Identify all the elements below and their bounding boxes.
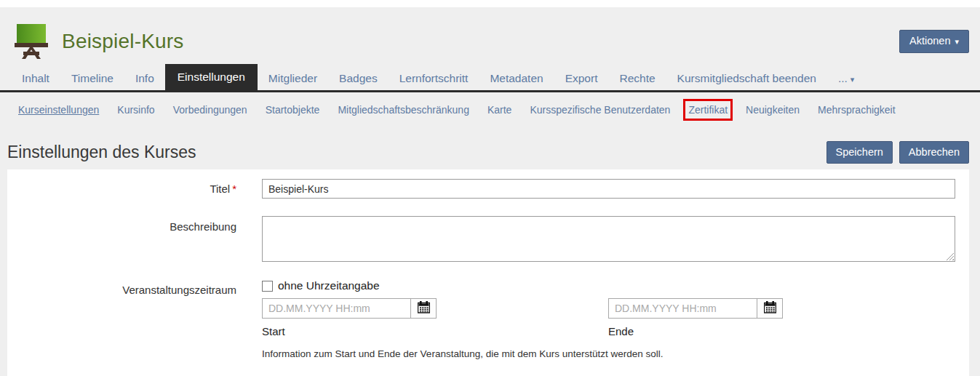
subtab-mitgliedschaftsbeschraenkung[interactable]: Mitgliedschaftsbeschränkung [338, 104, 469, 116]
tab-inhalt[interactable]: Inhalt [11, 67, 60, 90]
calendar-icon [418, 301, 430, 316]
form-heading: Einstellungen des Kurses [7, 143, 196, 162]
tab-more[interactable]: ...▾ [827, 67, 865, 90]
subtab-zertifikat[interactable]: Zertifikat [688, 104, 728, 116]
title-input[interactable] [262, 179, 955, 199]
tab-badges[interactable]: Badges [328, 67, 389, 90]
tab-export[interactable]: Export [554, 67, 609, 90]
tab-einstellungen[interactable]: Einstellungen [165, 64, 258, 90]
caret-down-icon: ▾ [955, 37, 959, 46]
actions-button[interactable]: Aktionen▾ [899, 30, 969, 53]
period-date-columns: Start [262, 298, 955, 337]
required-asterisk: * [232, 183, 236, 195]
main-tabbar: Inhalt Timeline Info Einstellungen Mitgl… [0, 65, 980, 92]
tab-kursmitgliedschaft-beenden[interactable]: Kursmitgliedschaft beenden [666, 67, 827, 90]
tab-mitglieder[interactable]: Mitglieder [258, 67, 328, 90]
start-date-input[interactable] [262, 298, 410, 319]
end-date-column: Ende [608, 298, 955, 337]
description-field-row: Beschreibung [7, 216, 969, 262]
period-info-text: Information zum Start und Ende der Veran… [262, 348, 955, 359]
subtab-kursspezifische-benutzerdaten[interactable]: Kursspezifische Benutzerdaten [530, 104, 670, 116]
settings-form-panel: Titel* Beschreibung Veranstaltungsze [7, 169, 969, 376]
course-header: Beispiel-Kurs Aktionen▾ [0, 7, 980, 65]
title-label: Titel* [7, 183, 262, 195]
subtab-neuigkeiten[interactable]: Neuigkeiten [746, 104, 800, 116]
no-time-checkbox-row: ohne Uhrzeitangabe [262, 279, 955, 292]
tab-metadaten[interactable]: Metadaten [479, 67, 554, 90]
tab-lernfortschritt[interactable]: Lernfortschritt [389, 67, 479, 90]
period-label: Veranstaltungszeitraum [7, 279, 262, 359]
start-label: Start [262, 325, 608, 337]
subtab-kursinfo[interactable]: Kursinfo [117, 104, 154, 116]
page-body: Beispiel-Kurs Aktionen▾ Inhalt Timeline … [0, 7, 980, 376]
cancel-button[interactable]: Abbrechen [899, 141, 969, 164]
form-header-row: Einstellungen des Kurses Speichern Abbre… [7, 141, 969, 164]
end-label: Ende [608, 325, 955, 337]
period-field-row: Veranstaltungszeitraum ohne Uhrzeitangab… [7, 279, 969, 359]
description-textarea[interactable] [262, 216, 955, 262]
subtab-kurseinstellungen[interactable]: Kurseinstellungen [18, 104, 99, 116]
start-date-column: Start [262, 298, 608, 337]
subtab-vorbedingungen[interactable]: Vorbedingungen [173, 104, 247, 116]
no-time-checkbox[interactable] [262, 281, 273, 292]
subtab-mehrsprachigkeit[interactable]: Mehrsprachigkeit [818, 104, 896, 116]
no-time-checkbox-label: ohne Uhrzeitangabe [278, 279, 380, 292]
settings-subtabbar: Kurseinstellungen Kursinfo Vorbedingunge… [0, 92, 980, 120]
page-title: Beispiel-Kurs [62, 30, 184, 53]
start-calendar-button[interactable] [410, 298, 437, 319]
caret-down-icon: ▾ [850, 75, 855, 84]
end-date-input[interactable] [608, 298, 757, 319]
top-strip [0, 0, 980, 7]
course-icon [15, 24, 48, 59]
subtab-startobjekte[interactable]: Startobjekte [266, 104, 320, 116]
course-settings-page: Beispiel-Kurs Aktionen▾ Inhalt Timeline … [0, 0, 980, 376]
subtab-karte[interactable]: Karte [487, 104, 511, 116]
save-button[interactable]: Speichern [826, 141, 893, 164]
calendar-icon [764, 301, 776, 316]
title-field-row: Titel* [7, 179, 969, 199]
tab-timeline[interactable]: Timeline [60, 67, 124, 90]
description-label: Beschreibung [7, 216, 262, 262]
tab-info[interactable]: Info [124, 67, 165, 90]
end-calendar-button[interactable] [757, 298, 783, 319]
tab-rechte[interactable]: Rechte [608, 67, 666, 90]
